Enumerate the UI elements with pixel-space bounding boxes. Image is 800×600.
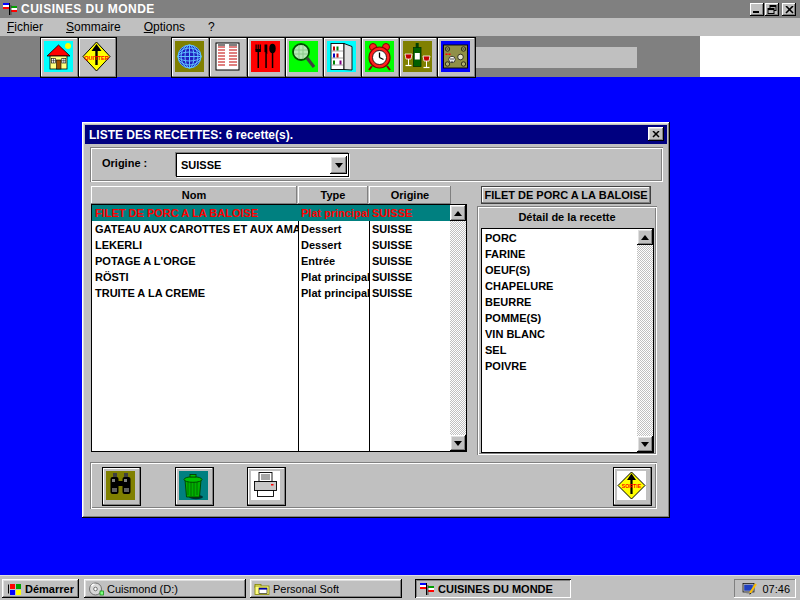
scroll-down-button[interactable] (450, 435, 466, 451)
dialog-title: LISTE DES RECETTES: 6 recette(s). (89, 128, 293, 142)
fridge-icon (327, 41, 356, 72)
column-header-type[interactable]: Type (298, 186, 368, 204)
ingredients-list: PORC FARINE OEUF(S) CHAPELURE BEURRE POM… (481, 228, 654, 453)
origin-groupbox: Origine : SUISSE (90, 147, 663, 182)
toolbar-quit-button[interactable]: QUITTER (78, 37, 117, 78)
start-label: Démarrer (25, 583, 74, 595)
selected-recipe-header[interactable]: FILET DE PORC A LA BALOISE (481, 186, 651, 204)
detail-groupbox: Détail de la recette PORC FARINE OEUF(S)… (477, 206, 657, 455)
system-tray: 07:46 (734, 579, 796, 598)
menu-item-sommaire[interactable]: Sommaire (59, 19, 128, 35)
quit-sign-icon: QUITTER (82, 41, 111, 72)
search-button[interactable] (102, 467, 141, 506)
menu-bar: Fichier Sommaire Options ? (0, 18, 800, 36)
toolbar-timer-button[interactable] (361, 37, 400, 78)
app-flags-icon (419, 582, 435, 596)
printer-icon (251, 471, 280, 500)
start-button[interactable]: Démarrer (2, 579, 79, 598)
toolbar-world-button[interactable] (171, 37, 210, 78)
toolbar-search-button[interactable] (285, 37, 324, 78)
recipe-row[interactable]: FILET DE PORC A LA BALOISE Plat principa… (92, 205, 450, 221)
ingredient-item[interactable]: OEUF(S) (482, 262, 635, 278)
arrow-down-icon (641, 442, 649, 447)
home-icon (44, 41, 73, 72)
ingredient-item[interactable]: FARINE (482, 246, 635, 262)
task-label: CUISINES DU MONDE (438, 583, 553, 595)
toolbar-gap (700, 36, 800, 77)
toolbar-cutlery-button[interactable] (247, 37, 286, 78)
task-label: Cuismond (D:) (107, 583, 178, 595)
menu-item-options[interactable]: Options (137, 19, 192, 35)
dialog-close-icon (652, 131, 660, 138)
arrow-down-icon (454, 441, 462, 446)
windows-logo-icon (6, 582, 22, 596)
recipe-row[interactable]: TRUITE A LA CREME Plat principal SUISSE (92, 285, 450, 301)
minimize-button[interactable] (750, 3, 764, 16)
recipe-row[interactable]: GATEAU AUX CAROTTES ET AUX AMANDES Desse… (92, 221, 450, 237)
recipe-row[interactable]: LEKERLI Dessert SUISSE (92, 237, 450, 253)
toolbar-radio-button[interactable] (437, 37, 476, 78)
task-button-cuismond[interactable]: Cuismond (D:) (84, 579, 246, 598)
dialog-title-bar: LISTE DES RECETTES: 6 recette(s). (85, 125, 667, 144)
display-settings-icon[interactable] (742, 582, 758, 596)
toolbar-status-inset (476, 47, 637, 68)
restore-button[interactable] (765, 3, 779, 16)
task-button-cuisines-du-monde[interactable]: CUISINES DU MONDE (415, 579, 571, 598)
menu-item-help[interactable]: ? (201, 19, 222, 35)
window-title: CUISINES DU MONDE (21, 2, 155, 16)
binoculars-icon (106, 471, 135, 500)
delete-button[interactable] (175, 467, 214, 506)
detail-title: Détail de la recette (477, 211, 657, 223)
scroll-down-button[interactable] (637, 436, 653, 452)
globe-icon (175, 41, 204, 72)
recipe-row[interactable]: POTAGE A L'ORGE Entrée SUISSE (92, 253, 450, 269)
ingredient-item[interactable]: CHAPELURE (482, 278, 635, 294)
ingredient-item[interactable]: VIN BLANC (482, 326, 635, 342)
exit-button[interactable]: SORTIE (613, 467, 652, 506)
close-button[interactable] (782, 3, 796, 16)
svg-text:QUITTER: QUITTER (84, 55, 109, 61)
origin-value: SUISSE (181, 159, 330, 171)
toolbar-wine-button[interactable] (399, 37, 438, 78)
recipes-dialog: LISTE DES RECETTES: 6 recette(s). Origin… (82, 122, 670, 518)
toolbar-home-button[interactable] (40, 37, 79, 78)
app-flags-icon[interactable] (2, 2, 18, 16)
recipe-row[interactable]: RÖSTI Plat principal SUISSE (92, 269, 450, 285)
dialog-close-button[interactable] (648, 127, 664, 141)
table-scrollbar[interactable] (450, 205, 466, 451)
arrow-up-icon (641, 235, 649, 240)
dialog-button-bar: SORTIE (90, 462, 657, 509)
origin-label: Origine : (102, 157, 147, 169)
toolbar-fridge-button[interactable] (323, 37, 362, 78)
cutlery-icon (251, 41, 280, 72)
column-header-nom[interactable]: Nom (91, 186, 297, 204)
cd-drive-icon (88, 582, 104, 596)
combo-dropdown-button[interactable] (330, 156, 347, 174)
print-button[interactable] (247, 467, 286, 506)
task-label: Personal Soft (273, 583, 339, 595)
ingredient-item[interactable]: SEL (482, 342, 635, 358)
minimize-icon (752, 5, 762, 14)
desktop: CUISINES DU MONDE Fichier Sommaire Optio… (0, 0, 800, 600)
taskbar-clock[interactable]: 07:46 (762, 583, 790, 595)
scroll-up-button[interactable] (637, 229, 653, 245)
ingredient-item[interactable]: POIVRE (482, 358, 635, 374)
toolbar-recipe-card-button[interactable] (209, 37, 248, 78)
toolbar: QUITTER (0, 36, 800, 77)
ingredient-item[interactable]: BEURRE (482, 294, 635, 310)
menu-card-icon (213, 41, 242, 72)
arrow-up-icon (454, 211, 462, 216)
scroll-up-button[interactable] (450, 205, 466, 221)
radio-icon (441, 41, 470, 72)
ingredient-item[interactable]: PORC (482, 230, 635, 246)
ingredient-item[interactable]: POMME(S) (482, 310, 635, 326)
folder-icon (254, 582, 270, 596)
exit-sign-icon: SORTIE (617, 471, 646, 500)
taskbar: Démarrer Cuismond (D:) Personal Soft (0, 575, 800, 600)
menu-item-fichier[interactable]: Fichier (0, 19, 50, 35)
chevron-down-icon (335, 163, 343, 168)
ingredients-scrollbar[interactable] (637, 229, 653, 452)
column-header-origine[interactable]: Origine (369, 186, 451, 204)
task-button-personal-soft[interactable]: Personal Soft (250, 579, 402, 598)
origin-combobox[interactable]: SUISSE (176, 153, 349, 177)
